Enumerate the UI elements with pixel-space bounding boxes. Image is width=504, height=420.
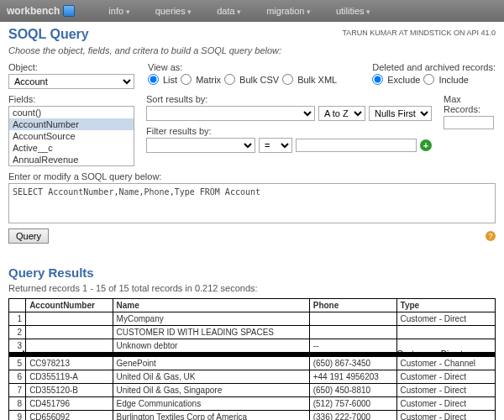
viewas-bulkxml-radio[interactable] bbox=[282, 74, 293, 85]
table-cell: +44 191 4956203 bbox=[309, 370, 396, 384]
deleted-exclude-radio[interactable] bbox=[372, 74, 383, 85]
table-cell: CC978213 bbox=[26, 357, 113, 370]
table-cell bbox=[396, 326, 495, 339]
filter-op-select[interactable]: = bbox=[259, 138, 292, 153]
cube-icon bbox=[63, 5, 75, 17]
deleted-group: Exclude Include bbox=[372, 74, 496, 85]
table-row: 6CD355119-AUnited Oil & Gas, UK+44 191 4… bbox=[9, 370, 496, 384]
query-button[interactable]: Query bbox=[8, 228, 49, 244]
field-opt-billingaddress[interactable]: BillingAddress bbox=[9, 165, 134, 166]
viewas-label: View as: bbox=[148, 62, 360, 72]
table-cell: MyCompany bbox=[113, 312, 309, 326]
viewas-bulkcsv-radio[interactable] bbox=[224, 74, 235, 85]
table-cell: Edge Communications bbox=[113, 397, 309, 411]
viewas-matrix-label: Matrix bbox=[196, 75, 221, 85]
top-nav: workbench info queries data migration ut… bbox=[0, 0, 504, 22]
table-cell: 1 bbox=[9, 312, 26, 326]
menu-bar: info queries data migration utilities bbox=[108, 6, 370, 16]
table-cell: (336) 222-7000 bbox=[309, 411, 396, 421]
menu-info[interactable]: info bbox=[108, 6, 129, 16]
table-cell: United Oil & Gas, Singapore bbox=[113, 384, 309, 397]
table-row: 7CD355120-BUnited Oil & Gas, Singapore(6… bbox=[9, 384, 496, 397]
table-cell: United Oil & Gas, UK bbox=[113, 370, 309, 384]
table-cell: (650) 450-8810 bbox=[309, 384, 396, 397]
col-accountnumber: AccountNumber bbox=[26, 299, 113, 312]
table-row: 8CD451796Edge Communications(512) 757-60… bbox=[9, 397, 496, 411]
col-phone: Phone bbox=[309, 299, 396, 312]
table-cell bbox=[26, 326, 113, 339]
viewas-bulkxml-label: Bulk XML bbox=[297, 75, 337, 85]
table-cell: (512) 757-6000 bbox=[309, 397, 396, 411]
help-icon[interactable]: ? bbox=[486, 231, 496, 241]
table-cell: GenePoint bbox=[113, 357, 309, 370]
table-cell: 7 bbox=[9, 384, 26, 397]
table-cell: Customer - Direct bbox=[396, 370, 495, 384]
object-select[interactable]: Account bbox=[8, 74, 134, 89]
brand: workbench bbox=[7, 5, 75, 17]
table-cell: CUSTOMER ID WITH LEADING SPACES bbox=[113, 326, 309, 339]
table-cell: Customer - Direct bbox=[396, 384, 495, 397]
table-row: 1MyCompanyCustomer - Direct bbox=[9, 312, 496, 326]
table-cell: -- bbox=[309, 339, 396, 353]
table-header-row: AccountNumber Name Phone Type bbox=[9, 299, 496, 312]
col-blank bbox=[9, 299, 26, 312]
table-cell: 8 bbox=[9, 397, 26, 411]
col-type: Type bbox=[396, 299, 495, 312]
results-subtitle: Returned records 1 - 15 of 15 total reco… bbox=[8, 283, 496, 293]
menu-queries[interactable]: queries bbox=[155, 6, 192, 16]
brand-label: workbench bbox=[7, 5, 60, 17]
field-opt-active[interactable]: Active__c bbox=[9, 142, 134, 154]
viewas-list-radio[interactable] bbox=[148, 74, 159, 85]
table-cell bbox=[309, 312, 396, 326]
col-name: Name bbox=[113, 299, 309, 312]
table-cell: Customer - Direct bbox=[396, 411, 495, 421]
deleted-include-label: Include bbox=[438, 75, 468, 85]
add-filter-icon[interactable]: + bbox=[420, 139, 432, 151]
viewas-list-label: List bbox=[163, 75, 177, 85]
results-table: AccountNumber Name Phone Type 1MyCompany… bbox=[8, 298, 496, 420]
menu-data[interactable]: data bbox=[217, 6, 241, 16]
table-cell bbox=[26, 339, 113, 353]
table-cell bbox=[26, 312, 113, 326]
field-opt-annualrevenue[interactable]: AnnualRevenue bbox=[9, 154, 134, 165]
sort-nulls-select[interactable]: Nulls First bbox=[369, 106, 432, 121]
page-subtitle: Choose the object, fields, and critera t… bbox=[8, 45, 496, 55]
deleted-exclude-label: Exclude bbox=[387, 75, 420, 85]
table-cell: 9 bbox=[9, 411, 26, 421]
table-cell: (650) 867-3450 bbox=[309, 357, 396, 370]
sort-direction-select[interactable]: A to Z bbox=[318, 106, 365, 121]
results-title: Query Results bbox=[8, 265, 496, 280]
menu-utilities[interactable]: utilities bbox=[336, 6, 370, 16]
table-cell: Customer - Direct bbox=[396, 312, 495, 326]
table-cell: 2 bbox=[9, 326, 26, 339]
user-info: TARUN KUMAR AT MINDSTICK ON API 41.0 bbox=[342, 27, 496, 37]
viewas-group: List Matrix Bulk CSV Bulk XML bbox=[148, 74, 360, 85]
fields-listbox[interactable]: count() AccountNumber AccountSource Acti… bbox=[8, 106, 134, 166]
viewas-bulkcsv-label: Bulk CSV bbox=[239, 75, 279, 85]
table-cell: CD355119-A bbox=[26, 370, 113, 384]
field-opt-accountsource[interactable]: AccountSource bbox=[9, 130, 134, 142]
table-row: 2CUSTOMER ID WITH LEADING SPACES bbox=[9, 326, 496, 339]
maxrec-input[interactable] bbox=[444, 116, 494, 129]
deleted-include-radio[interactable] bbox=[423, 74, 434, 85]
table-cell: Unknown debtor bbox=[113, 339, 309, 353]
page-title: SOQL Query bbox=[8, 27, 89, 42]
table-cell: CD656092 bbox=[26, 411, 113, 421]
fields-label: Fields: bbox=[8, 94, 134, 104]
menu-migration[interactable]: migration bbox=[266, 6, 311, 16]
table-cell: 6 bbox=[9, 370, 26, 384]
table-cell: CD355120-B bbox=[26, 384, 113, 397]
table-cell bbox=[309, 326, 396, 339]
sort-field-select[interactable] bbox=[146, 106, 315, 121]
field-opt-count[interactable]: count() bbox=[9, 107, 134, 118]
filter-field-select[interactable] bbox=[146, 138, 255, 153]
filter-value-input[interactable] bbox=[296, 139, 417, 152]
object-label: Object: bbox=[8, 62, 136, 72]
query-textarea[interactable]: SELECT AccountNumber,Name,Phone,Type FRO… bbox=[8, 183, 496, 223]
query-textarea-label: Enter or modify a SOQL query below: bbox=[8, 171, 496, 181]
deleted-label: Deleted and archived records: bbox=[372, 62, 496, 72]
table-cell: Customer - Channel bbox=[396, 357, 495, 370]
viewas-matrix-radio[interactable] bbox=[181, 74, 192, 85]
table-cell: Burlington Textiles Corp of America bbox=[113, 411, 309, 421]
field-opt-accountnumber[interactable]: AccountNumber bbox=[9, 118, 134, 130]
